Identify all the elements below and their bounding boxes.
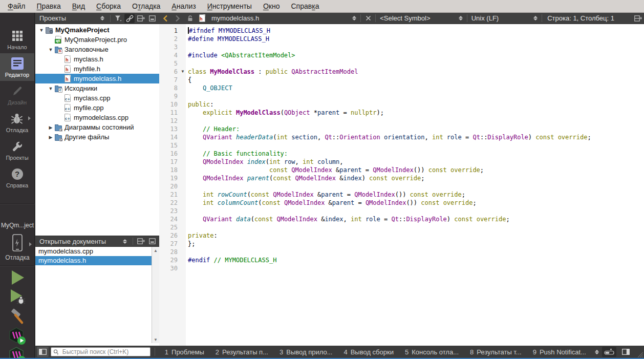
tree-row-MyQmakeProject[interactable]: ▼⚙MyQmakeProject (35, 25, 159, 35)
menu-Анализ[interactable]: Анализ (166, 1, 201, 11)
projects-panel-title[interactable]: Проекты (39, 14, 66, 22)
custom-run-2-button[interactable] (6, 346, 29, 359)
docs-combo-arrows-icon[interactable] (120, 237, 130, 246)
output-pane-button-3[interactable]: 3Вывод прило... (274, 348, 338, 356)
open-documents-title[interactable]: Открытые документы (39, 238, 106, 245)
locator-input[interactable] (61, 348, 148, 356)
symbol-selector[interactable]: <Select Symbol> (377, 14, 466, 22)
code-line: 6▼class MyModelClass : public QAbstractI… (159, 68, 591, 76)
projects-combo-arrows-icon[interactable] (97, 14, 108, 23)
token-type: QModelIndex (284, 199, 325, 206)
tree-row-Исходники[interactable]: ▼cИсходники (35, 83, 159, 93)
docs-close-box-icon[interactable] (147, 237, 157, 246)
expander-open-icon[interactable]: ▼ (48, 47, 54, 52)
token-pl (281, 158, 284, 165)
symbol-combo-arrows-icon[interactable] (459, 16, 463, 20)
custom-run-1-button[interactable] (6, 326, 29, 346)
tree-row-Другие файлы[interactable]: ▶Другие файлы (35, 132, 159, 142)
docs-split-add-icon[interactable] (136, 237, 146, 246)
scroll-down-icon[interactable]: ▼ (152, 336, 159, 343)
go-forward-button[interactable] (171, 13, 184, 24)
line-ending-combo-arrows-icon[interactable] (533, 16, 538, 20)
tree-row-MyQmakeProject.pro[interactable]: qtMyQmakeProject.pro (35, 35, 159, 45)
toggle-right-sidebar-button[interactable] (619, 347, 632, 357)
open-document-mymodelclass.h[interactable]: mymodelclass.h (35, 256, 159, 265)
toggle-left-sidebar-button[interactable] (37, 347, 49, 357)
tree-row-Заголовочные[interactable]: ▼hЗаголовочные (35, 45, 159, 54)
locator-search[interactable] (51, 347, 151, 356)
output-pane-button-4[interactable]: 4Вывод сборки (338, 348, 399, 356)
mode-button-help-question[interactable]: ?Справка (0, 164, 34, 192)
tree-row-myhfile.h[interactable]: hmyhfile.h (35, 64, 159, 74)
token-type: QModelIndex (295, 175, 336, 182)
menu-Отладка[interactable]: Отладка (126, 1, 166, 11)
open-documents-scrollbar[interactable]: ▲ ▼ (152, 247, 159, 343)
fold-margin (178, 248, 188, 256)
token-pl (362, 216, 366, 223)
menu-Справка[interactable]: Справка (285, 1, 325, 11)
menu-Окно[interactable]: Окно (257, 1, 286, 11)
pane-label: Консоль отла... (412, 348, 459, 356)
projects-close-box-icon[interactable] (147, 14, 157, 23)
output-pane-button-9[interactable]: 9Push Notificat... (527, 348, 592, 356)
token-inc: <QAbstractItemModel> (221, 52, 295, 59)
toggle-progress-details-button[interactable] (602, 347, 616, 357)
file-h-icon: h (63, 55, 72, 63)
token-type: QModelIndex (291, 166, 332, 174)
menu-Файл[interactable]: Файл (2, 1, 31, 11)
projects-link-icon[interactable] (124, 14, 135, 23)
mode-button-welcome-grid[interactable]: Начало (0, 26, 34, 53)
open-document-mymodelclass.cpp[interactable]: mymodelclass.cpp (35, 247, 159, 256)
build-button[interactable] (6, 307, 29, 326)
tree-row-myfile.cpp[interactable]: c+myfile.cpp (35, 103, 159, 113)
mode-expand-arrow-icon[interactable] (28, 116, 31, 120)
size-grip[interactable] (635, 346, 643, 357)
split-editor-button[interactable] (632, 13, 644, 24)
expander-open-icon[interactable]: ▼ (38, 28, 45, 33)
code-line: 2#define MYMODELCLASS_H (159, 35, 591, 43)
go-back-button[interactable] (159, 13, 171, 24)
mode-button-edit-document[interactable]: Редактор (0, 53, 34, 81)
output-pane-button-1[interactable]: 1Проблемы (159, 348, 210, 356)
tree-row-myclass.h[interactable]: hmyclass.h (35, 54, 159, 64)
kit-expand-arrow[interactable] (29, 242, 32, 246)
code-line: 13 // Header: (159, 125, 591, 133)
symbol-selector-value[interactable]: <Select Symbol> (377, 14, 430, 22)
current-file-name[interactable]: mymodelclass.h (211, 14, 259, 22)
tree-row-mymodelclass.cpp[interactable]: c+mymodelclass.cpp (35, 113, 159, 122)
token-pl: , (424, 134, 432, 141)
menu-Сборка[interactable]: Сборка (91, 1, 126, 11)
debug-run-button[interactable] (6, 287, 29, 307)
output-panes-arrows-icon[interactable] (595, 350, 599, 354)
output-pane-button-2[interactable]: 2Результаты п... (210, 348, 274, 356)
token-kw: const override (535, 134, 587, 141)
menu-Вид[interactable]: Вид (67, 1, 91, 11)
code-editor[interactable]: 1#ifndef MYMODELCLASS_H2#define MYMODELC… (159, 24, 644, 346)
tree-row-myclass.cpp[interactable]: c+myclass.cpp (35, 93, 159, 103)
mode-button-projects-wrench[interactable]: Проекты (0, 136, 34, 164)
projects-split-add-icon[interactable] (136, 14, 146, 23)
close-document-button[interactable] (362, 13, 374, 24)
code-line: 17 QModelIndex index(int row, int column… (159, 158, 591, 166)
menu-Правка[interactable]: Правка (31, 1, 66, 11)
output-pane-button-8[interactable]: 8Результаты т... (464, 348, 527, 356)
run-button[interactable] (6, 268, 29, 287)
token-pp: #define MYMODELCLASS_H (188, 35, 269, 43)
expander-open-icon[interactable]: ▼ (48, 86, 54, 91)
output-pane-button-5[interactable]: 5Консоль отла... (399, 348, 464, 356)
projects-filter-icon[interactable] (113, 14, 123, 23)
file-lock-button[interactable] (184, 13, 196, 24)
expander-closed-icon[interactable]: ▶ (48, 125, 54, 130)
menu-Инструменты[interactable]: Инструменты (202, 1, 257, 11)
token-pl: ()) (414, 166, 428, 174)
tree-row-Диаграммы состояний[interactable]: ▶Диаграммы состояний (35, 122, 159, 132)
tree-row-mymodelclass.h[interactable]: hmymodelclass.h (35, 74, 159, 83)
mode-button-debug-bug[interactable]: Отладка (0, 109, 34, 136)
kit-selector-button[interactable] (0, 232, 35, 255)
line-ending-selector[interactable]: Unix (LF) (468, 14, 502, 22)
token-pl (188, 109, 203, 116)
file-combo-arrows-icon[interactable] (352, 16, 356, 20)
expander-closed-icon[interactable]: ▶ (48, 135, 54, 140)
scroll-up-icon[interactable]: ▲ (152, 247, 159, 254)
fold-marker-icon[interactable]: ▼ (178, 68, 188, 76)
